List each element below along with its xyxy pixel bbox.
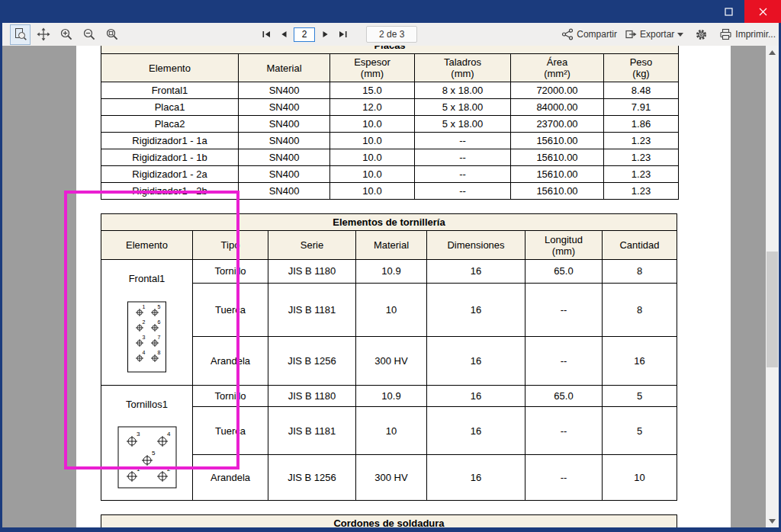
table-cell: 5 x 18.00 bbox=[415, 99, 511, 116]
chevron-down-icon bbox=[677, 33, 683, 37]
table-cell: SN400 bbox=[239, 116, 330, 133]
zoom-in-button[interactable] bbox=[56, 24, 76, 45]
close-icon bbox=[759, 8, 767, 16]
vertical-scrollbar[interactable] bbox=[766, 46, 779, 527]
table-cell: 84000.00 bbox=[511, 99, 604, 116]
table-cell: -- bbox=[415, 133, 511, 149]
zoom-in-icon bbox=[59, 27, 73, 41]
last-page-button[interactable] bbox=[335, 26, 350, 43]
next-page-button[interactable] bbox=[317, 26, 333, 43]
titlebar bbox=[0, 0, 781, 23]
column-header: Área (mm²) bbox=[511, 54, 604, 82]
table-cell: 65.0 bbox=[525, 260, 603, 284]
scroll-down-button[interactable] bbox=[766, 514, 779, 527]
last-page-icon bbox=[338, 30, 348, 39]
pan-icon bbox=[37, 27, 50, 41]
table-cell: Rigidizador1 - 2a bbox=[101, 166, 239, 183]
table-cell: 1.86 bbox=[604, 116, 679, 133]
previous-page-icon bbox=[279, 30, 289, 39]
soldadura-table: Cordones de soldadura Elemento Tipo Elec… bbox=[101, 514, 677, 527]
placas-table: Placas Elemento Material Espesor (mm) Ta… bbox=[101, 46, 679, 200]
table-cell: JIS B 1181 bbox=[268, 406, 356, 454]
column-header: Elemento bbox=[101, 54, 239, 82]
export-button[interactable]: Exportar bbox=[625, 28, 683, 40]
toolbar-actions-group: Compartir Exportar Imprimir... bbox=[561, 23, 776, 46]
close-button[interactable] bbox=[744, 0, 781, 23]
table-cell: 10.0 bbox=[330, 183, 415, 200]
table-cell: 15610.00 bbox=[511, 149, 604, 166]
page-count-button[interactable]: 2 de 3 bbox=[366, 26, 417, 43]
zoom-window-button[interactable] bbox=[101, 24, 122, 45]
column-header: Dimensiones bbox=[427, 231, 525, 260]
export-label: Exportar bbox=[640, 29, 674, 40]
table-row: Frontal1SN40015.08 x 18.0072000.008.48 bbox=[101, 82, 679, 99]
zoom-out-button[interactable] bbox=[79, 24, 99, 45]
zoom-selection-button[interactable] bbox=[10, 24, 31, 45]
scrollbar-thumb[interactable] bbox=[767, 252, 778, 367]
column-header: Taladros (mm) bbox=[415, 54, 511, 82]
table-cell: 72000.00 bbox=[511, 82, 604, 99]
table-cell: 15610.00 bbox=[511, 133, 604, 149]
settings-button[interactable] bbox=[691, 24, 712, 45]
table-row: Placa2SN40010.05 x 18.0023700.001.86 bbox=[101, 116, 679, 133]
placas-body: Frontal1SN40015.08 x 18.0072000.008.48Pl… bbox=[101, 82, 679, 200]
placas-title-row: Placas bbox=[101, 46, 679, 54]
table-cell: Frontal1 bbox=[101, 82, 239, 99]
column-header: Espesor (mm) bbox=[330, 54, 415, 82]
column-header: Cantidad bbox=[603, 231, 677, 260]
table-cell: 15610.00 bbox=[511, 183, 604, 200]
table-cell: SN400 bbox=[239, 82, 330, 99]
column-header: Peso (kg) bbox=[604, 54, 679, 82]
table-cell: 8 x 18.00 bbox=[415, 82, 511, 99]
table-cell: 16 bbox=[603, 336, 677, 385]
table-cell: -- bbox=[415, 149, 511, 166]
table-cell: JIS B 1180 bbox=[268, 386, 356, 407]
table-cell: 300 HV bbox=[356, 455, 427, 501]
column-header: Material bbox=[356, 231, 427, 260]
print-button[interactable]: Imprimir... bbox=[719, 28, 776, 40]
gear-icon bbox=[695, 28, 708, 41]
table-cell: JIS B 1256 bbox=[268, 455, 356, 501]
table-cell: SN400 bbox=[239, 183, 330, 200]
zoom-window-icon bbox=[105, 27, 119, 41]
table-cell: 8 bbox=[603, 283, 677, 336]
table-cell: 1.23 bbox=[604, 166, 679, 183]
table-cell: SN400 bbox=[239, 149, 330, 166]
previous-page-button[interactable] bbox=[276, 26, 291, 43]
printer-icon bbox=[719, 28, 732, 40]
column-header: Material bbox=[239, 54, 330, 82]
share-label: Compartir bbox=[577, 29, 617, 40]
annotation-rect bbox=[64, 191, 239, 470]
table-cell: -- bbox=[525, 406, 603, 454]
table-cell: 23700.00 bbox=[511, 116, 604, 133]
scroll-up-button[interactable] bbox=[766, 46, 779, 59]
table-cell: 5 bbox=[603, 406, 677, 454]
table-cell: 1.23 bbox=[604, 149, 679, 166]
table-cell: 16 bbox=[427, 406, 525, 454]
page-number-input[interactable] bbox=[294, 27, 315, 42]
table-cell: Placa2 bbox=[101, 116, 239, 133]
table-cell: 8 bbox=[603, 260, 677, 284]
restore-button[interactable] bbox=[712, 0, 744, 23]
table-cell: Rigidizador1 - 1b bbox=[101, 149, 239, 166]
table-cell: -- bbox=[525, 336, 603, 385]
soldadura-title-row: Cordones de soldadura bbox=[101, 515, 677, 528]
table-cell: SN400 bbox=[239, 99, 330, 116]
table-cell: 16 bbox=[427, 283, 525, 336]
table-cell: 1.23 bbox=[604, 183, 679, 200]
table-cell: JIS B 1181 bbox=[268, 283, 356, 336]
pan-button[interactable] bbox=[33, 24, 53, 45]
app-window: 2 de 3 Compartir Exportar Imprimir... bbox=[0, 0, 781, 532]
table-cell: 15610.00 bbox=[511, 166, 604, 183]
first-page-button[interactable] bbox=[259, 26, 274, 43]
table-cell: 10.0 bbox=[330, 116, 415, 133]
scroll-up-icon bbox=[769, 50, 776, 55]
share-button[interactable]: Compartir bbox=[561, 28, 617, 40]
toolbar: 2 de 3 Compartir Exportar Imprimir... bbox=[2, 23, 779, 46]
table-cell: Rigidizador1 - 1a bbox=[101, 133, 239, 149]
document-viewport[interactable]: Placas Elemento Material Espesor (mm) Ta… bbox=[2, 46, 779, 527]
table-cell: 10 bbox=[356, 406, 427, 454]
zoom-out-icon bbox=[82, 27, 96, 41]
table-cell: -- bbox=[415, 183, 511, 200]
table-cell: -- bbox=[525, 283, 603, 336]
